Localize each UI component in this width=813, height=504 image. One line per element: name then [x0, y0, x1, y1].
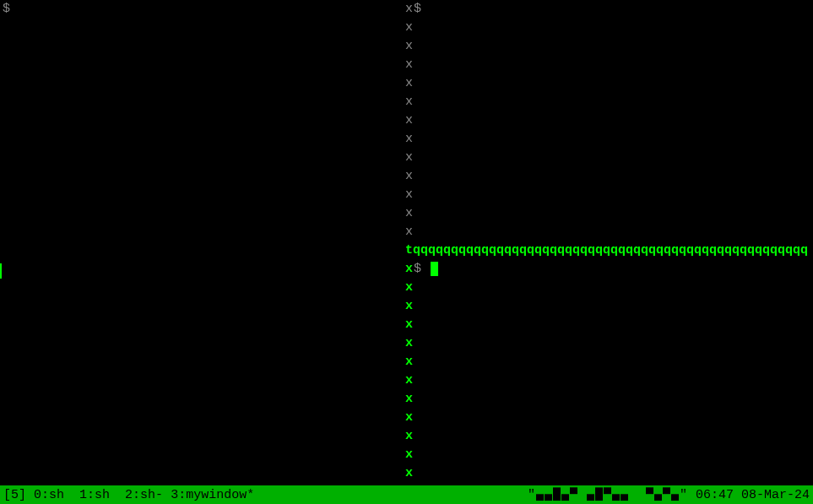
horizontal-border-line: qqqqqqqqqqqqqqqqqqqqqqqqqqqqqqqqqqqqqqqq…: [413, 243, 808, 257]
prompt-right-bottom: $: [414, 262, 421, 276]
prompt-right-top: $: [414, 2, 421, 16]
right-bottom-pane[interactable]: $: [414, 262, 438, 276]
left-pane[interactable]: $: [0, 0, 405, 485]
terminal-area[interactable]: $ x x x x x x x x x x x x x x x x x x x …: [0, 0, 813, 485]
window-2[interactable]: 2:sh-: [125, 488, 163, 502]
date: 08-Mar-24: [741, 488, 810, 502]
time: 06:47: [696, 488, 734, 502]
status-windows: [5] 0:sh 1:sh 2:sh- 3:mywindow*: [3, 488, 528, 502]
prompt-left: $: [3, 2, 10, 16]
window-3[interactable]: 3:mywindow*: [171, 488, 254, 502]
window-1[interactable]: 1:sh: [79, 488, 110, 502]
status-bar: [5] 0:sh 1:sh 2:sh- 3:mywindow* "▄▄█▄▀ ▄…: [0, 485, 813, 504]
left-edge-indicator: [0, 263, 2, 279]
pane-border-horizontal: tqqqqqqqqqqqqqqqqqqqqqqqqqqqqqqqqqqqqqqq…: [405, 243, 813, 257]
hostname: "▄▄█▄▀ ▄█▀▄▄ ▀▄▀▄": [528, 488, 688, 502]
right-top-pane[interactable]: $: [414, 2, 421, 16]
cursor: [431, 262, 438, 276]
status-right: "▄▄█▄▀ ▄█▀▄▄ ▀▄▀▄" 06:47 08-Mar-24: [528, 488, 810, 502]
window-0[interactable]: 0:sh: [34, 488, 64, 502]
